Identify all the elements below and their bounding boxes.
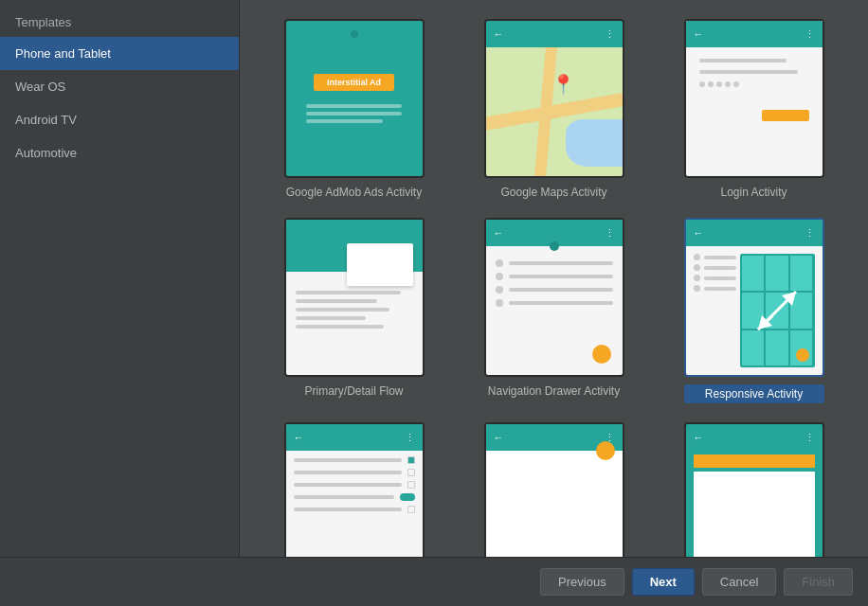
template-item-admob[interactable]: Interstitial Ad Google AdMob Ads Activit… [268,19,440,199]
back-arrow-icon: ← [494,227,504,239]
template-item-scrolling[interactable]: ← ⋮ Scrolling Activity [468,422,640,557]
more-icon: ⋮ [805,227,815,240]
template-card-settings[interactable]: ← ⋮ [284,422,425,557]
login-line [699,70,798,74]
navdrawer-hline [509,288,613,292]
fullscreen-subbar [694,454,815,468]
line-bar [306,119,383,123]
primary-mock [286,220,423,375]
scrolling-body [486,451,623,557]
template-label-admob: Google AdMob Ads Activity [286,186,422,199]
scrolling-mock: ← ⋮ [486,424,623,557]
back-arrow-icon: ← [494,432,504,443]
template-card-fullscreen[interactable]: ← ⋮ [684,422,824,557]
previous-button[interactable]: Previous [540,568,624,596]
checkbox-checked [407,456,415,464]
login-dot [725,81,731,87]
admob-mock: Interstitial Ad [286,21,423,176]
template-item-nav-drawer[interactable]: ← ⋮ [468,218,640,403]
login-header: ← ⋮ [686,21,823,47]
template-item-fullscreen[interactable]: ← ⋮ Fullscreen Activity [668,422,840,557]
sidebar-item-phone-tablet[interactable]: Phone and Tablet [0,37,239,70]
primary-list-line [296,316,366,320]
diagonal-arrow-icon [749,282,805,339]
back-arrow-icon: ← [694,28,704,40]
login-line [699,59,787,62]
template-card-primary-detail[interactable] [284,218,425,377]
main-layout: Templates Phone and Tablet Wear OS Andro… [0,0,868,557]
responsive-left-row [694,254,736,260]
sidebar-item-wear-os[interactable]: Wear OS [0,70,239,103]
settings-header: ← ⋮ [286,424,423,451]
cancel-button[interactable]: Cancel [702,568,776,596]
scroll-line [294,458,402,462]
navdrawer-row [496,286,613,294]
next-button[interactable]: Next [632,568,695,596]
responsive-header: ← ⋮ [686,220,823,246]
primary-list-line [296,299,378,303]
toggle [400,493,415,501]
more-icon: ⋮ [605,227,615,240]
back-arrow-icon: ← [294,432,304,443]
login-button [762,110,809,121]
back-arrow-icon: ← [694,227,704,239]
admob-banner: Interstitial Ad [314,74,394,91]
navdrawer-hline [509,301,613,305]
scroll-line [294,483,402,487]
finish-button[interactable]: Finish [784,568,853,596]
sidebar-item-automotive[interactable]: Automotive [0,136,239,169]
map-pin-icon: 📍 [552,73,575,96]
template-card-scrolling[interactable]: ← ⋮ [484,422,624,557]
scrolling-header: ← ⋮ [486,424,623,451]
login-dots [699,81,809,87]
checkbox-empty [407,469,415,476]
resp-circle [694,285,700,292]
login-mock: ← ⋮ [686,21,823,176]
sidebar-item-android-tv[interactable]: Android TV [0,103,239,136]
template-label-primary-detail: Primary/Detail Flow [304,384,403,398]
settings-row [294,506,415,513]
template-item-responsive[interactable]: ← ⋮ [668,218,840,403]
back-arrow-icon: ← [494,28,504,40]
template-item-maps[interactable]: ← ⋮ 📍 Google Maps Activity [468,19,640,199]
resp-circle [694,254,700,260]
admob-dot [351,30,358,38]
template-card-nav-drawer[interactable]: ← ⋮ [484,218,624,377]
login-dot [716,81,722,87]
settings-body [286,451,423,557]
template-card-admob[interactable]: Interstitial Ad [284,19,425,178]
admob-lines [306,104,402,123]
resp-line [704,287,736,291]
settings-row [294,469,415,476]
resp-circle [694,264,700,271]
settings-mock: ← ⋮ [286,424,423,557]
template-card-maps[interactable]: ← ⋮ 📍 [484,19,624,178]
scroll-line [294,495,394,499]
resp-fab [796,348,809,362]
navdrawer-row [496,273,613,280]
responsive-body [686,246,823,375]
template-item-login[interactable]: ← ⋮ [668,19,840,199]
responsive-left-row [694,275,736,281]
template-item-primary-detail[interactable]: Primary/Detail Flow [268,218,440,403]
fullscreen-body [694,472,815,557]
primary-list-line [296,325,384,329]
scroll-line [294,508,402,511]
fullscreen-header: ← ⋮ [686,424,823,451]
responsive-left-row [694,264,736,271]
template-item-settings[interactable]: ← ⋮ [268,422,440,557]
resp-line [704,276,736,280]
line-bar [306,112,402,116]
login-dot [708,81,714,87]
primary-top [286,220,423,272]
template-label-nav-drawer: Navigation Drawer Activity [488,384,620,398]
template-card-responsive[interactable]: ← ⋮ [684,218,824,377]
more-icon: ⋮ [405,432,415,444]
navdrawer-circle [496,259,503,267]
template-label-responsive: Responsive Activity [684,384,824,403]
login-body [686,47,823,176]
resp-line [704,266,736,270]
template-card-login[interactable]: ← ⋮ [684,19,824,178]
back-arrow-icon: ← [694,432,704,443]
navdrawer-row [496,259,613,267]
